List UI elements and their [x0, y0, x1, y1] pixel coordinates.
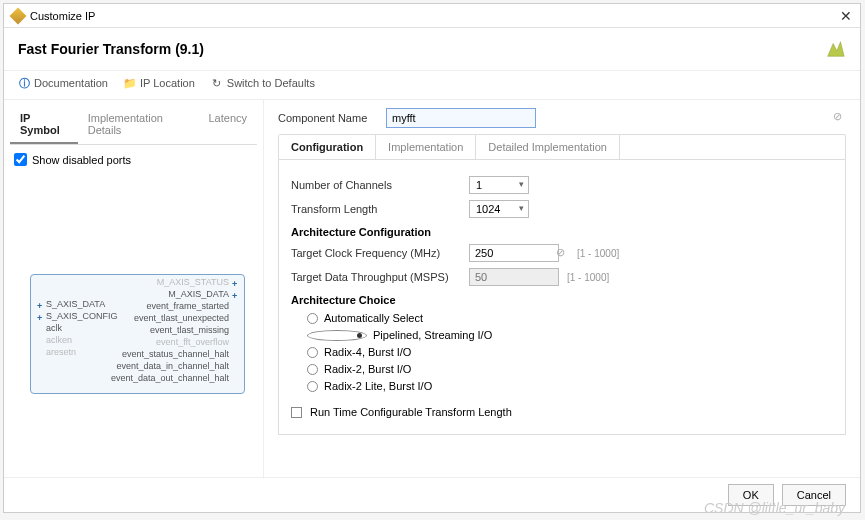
- ip-location-label: IP Location: [140, 77, 195, 89]
- folder-icon: 📁: [124, 77, 136, 89]
- port-label: event_frame_started: [146, 301, 229, 311]
- right-panel: Component Name ⊘ Configuration Implement…: [264, 100, 860, 477]
- toolbar: ⓘ Documentation 📁 IP Location ↻ Switch t…: [4, 71, 860, 100]
- vendor-logo-icon: [824, 38, 846, 60]
- arch-radio-auto[interactable]: [307, 313, 318, 324]
- clear-icon[interactable]: ⊘: [833, 110, 842, 123]
- pin-icon: [232, 303, 238, 309]
- pin-icon: [232, 315, 238, 321]
- arch-option-label: Radix-2, Burst I/O: [324, 363, 411, 375]
- pin-icon: +: [37, 313, 43, 319]
- show-disabled-checkbox[interactable]: [14, 153, 27, 166]
- port-label: M_AXIS_DATA: [168, 289, 229, 299]
- close-icon[interactable]: ✕: [840, 8, 852, 24]
- window-title: Customize IP: [30, 10, 95, 22]
- pin-icon: [37, 325, 43, 331]
- port-label: event_tlast_unexpected: [134, 313, 229, 323]
- pin-icon: +: [37, 301, 43, 307]
- footer: OK Cancel: [4, 477, 860, 512]
- runtime-config-label: Run Time Configurable Transform Length: [310, 406, 512, 418]
- throughput-label: Target Data Throughput (MSPS): [291, 271, 461, 283]
- pin-icon: [232, 327, 238, 333]
- header: Fast Fourier Transform (9.1): [4, 28, 860, 71]
- arch-choice-heading: Architecture Choice: [291, 294, 833, 306]
- pin-icon: [37, 349, 43, 355]
- transform-length-select[interactable]: 1024: [469, 200, 529, 218]
- transform-length-value: 1024: [476, 203, 500, 215]
- config-tabs: Configuration Implementation Detailed Im…: [278, 134, 846, 160]
- show-disabled-label: Show disabled ports: [32, 154, 131, 166]
- documentation-link[interactable]: ⓘ Documentation: [18, 77, 108, 89]
- port-label: event_data_out_channel_halt: [111, 373, 229, 383]
- port-label: event_data_in_channel_halt: [116, 361, 229, 371]
- clock-freq-label: Target Clock Frequency (MHz): [291, 247, 461, 259]
- pin-icon: [232, 363, 238, 369]
- num-channels-label: Number of Channels: [291, 179, 461, 191]
- port-label: aresetn: [46, 347, 76, 357]
- ip-symbol-diagram: +S_AXIS_DATA +S_AXIS_CONFIG aclk aclken …: [10, 174, 257, 471]
- clear-icon[interactable]: ⊘: [556, 246, 565, 259]
- tab-latency[interactable]: Latency: [198, 106, 257, 144]
- pin-icon: [232, 375, 238, 381]
- ip-location-link[interactable]: 📁 IP Location: [124, 77, 195, 89]
- tab-detailed-impl[interactable]: Detailed Implementation: [476, 135, 620, 159]
- tab-impl-details[interactable]: Implementation Details: [78, 106, 199, 144]
- component-name-label: Component Name: [278, 112, 378, 124]
- pin-icon: +: [232, 291, 238, 297]
- component-name-input[interactable]: [386, 108, 536, 128]
- port-label: aclken: [46, 335, 72, 345]
- left-panel: IP Symbol Implementation Details Latency…: [4, 100, 264, 477]
- config-form: Number of Channels 1 Transform Length 10…: [278, 160, 846, 435]
- port-label: S_AXIS_CONFIG: [46, 311, 118, 321]
- num-channels-select[interactable]: 1: [469, 176, 529, 194]
- arch-option-label: Pipelined, Streaming I/O: [373, 329, 492, 341]
- port-label: event_tlast_missing: [150, 325, 229, 335]
- ok-button[interactable]: OK: [728, 484, 774, 506]
- arch-option-label: Radix-4, Burst I/O: [324, 346, 411, 358]
- titlebar: Customize IP ✕: [4, 4, 860, 28]
- tab-ip-symbol[interactable]: IP Symbol: [10, 106, 78, 144]
- port-label: M_AXIS_STATUS: [157, 277, 229, 287]
- documentation-label: Documentation: [34, 77, 108, 89]
- arch-config-heading: Architecture Configuration: [291, 226, 833, 238]
- cancel-button[interactable]: Cancel: [782, 484, 846, 506]
- switch-defaults-link[interactable]: ↻ Switch to Defaults: [211, 77, 315, 89]
- tab-configuration[interactable]: Configuration: [279, 135, 376, 159]
- clock-freq-range: [1 - 1000]: [577, 248, 619, 259]
- arch-radio-pipelined[interactable]: [307, 330, 367, 341]
- arch-choice-group: Automatically Select Pipelined, Streamin…: [307, 312, 833, 392]
- pin-icon: [37, 337, 43, 343]
- arch-radio-radix2lite[interactable]: [307, 381, 318, 392]
- throughput-range: [1 - 1000]: [567, 272, 609, 283]
- arch-option-label: Radix-2 Lite, Burst I/O: [324, 380, 432, 392]
- port-label: S_AXIS_DATA: [46, 299, 105, 309]
- left-tabs: IP Symbol Implementation Details Latency: [10, 106, 257, 145]
- switch-defaults-label: Switch to Defaults: [227, 77, 315, 89]
- throughput-input: [469, 268, 559, 286]
- info-icon: ⓘ: [18, 77, 30, 89]
- pin-icon: [232, 339, 238, 345]
- arch-radio-radix4[interactable]: [307, 347, 318, 358]
- num-channels-value: 1: [476, 179, 482, 191]
- tab-implementation[interactable]: Implementation: [376, 135, 476, 159]
- pin-icon: +: [232, 279, 238, 285]
- ip-title: Fast Fourier Transform (9.1): [18, 41, 204, 57]
- arch-option-label: Automatically Select: [324, 312, 423, 324]
- port-label: event_fft_overflow: [156, 337, 229, 347]
- app-logo-icon: [10, 7, 27, 24]
- port-label: aclk: [46, 323, 62, 333]
- arch-radio-radix2[interactable]: [307, 364, 318, 375]
- runtime-config-checkbox[interactable]: [291, 407, 302, 418]
- ip-block: +S_AXIS_DATA +S_AXIS_CONFIG aclk aclken …: [30, 274, 245, 394]
- pin-icon: [232, 351, 238, 357]
- clock-freq-input[interactable]: [469, 244, 559, 262]
- transform-length-label: Transform Length: [291, 203, 461, 215]
- port-label: event_status_channel_halt: [122, 349, 229, 359]
- refresh-icon: ↻: [211, 77, 223, 89]
